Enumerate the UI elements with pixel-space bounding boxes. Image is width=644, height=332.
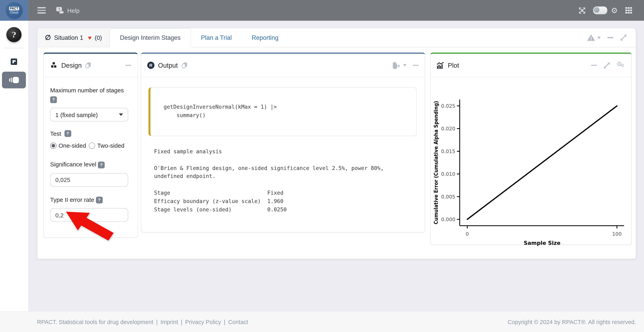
help-chat-icon: ? (56, 6, 64, 14)
toggle-knob (594, 7, 600, 13)
max-stages-label: Maximum number of stages (50, 87, 131, 94)
output-panel-header: R Output (141, 54, 425, 77)
max-stages-select[interactable]: 1 (fixed sample) (50, 108, 128, 122)
hamburger-menu-icon[interactable] (38, 7, 46, 14)
significance-label: Significance level (50, 161, 96, 168)
plot-panel-header: Plot ⚙ ⚙ (431, 54, 631, 77)
test-help-icon[interactable]: ? (64, 130, 71, 137)
svg-text:0.005: 0.005 (441, 194, 455, 200)
heart-icon[interactable]: ♥ (88, 34, 92, 41)
settings-gear-icon[interactable]: ⚙ (611, 6, 618, 14)
help-button[interactable]: ? Help (56, 6, 80, 14)
svg-text:100: 100 (612, 231, 622, 237)
r-logo-icon: R (147, 62, 154, 69)
test-radio-group: One-sided Two-sided (50, 142, 131, 149)
theme-toggle[interactable] (593, 6, 608, 14)
user-avatar[interactable]: ? (6, 27, 22, 42)
expand-plot-icon[interactable] (604, 62, 610, 69)
radio-one-sided[interactable] (50, 142, 56, 149)
rpact-cloud-logo[interactable]: PACT Cloud (0, 0, 28, 21)
footer-separator: | (181, 319, 182, 325)
expand-card-icon[interactable] (620, 34, 627, 41)
significance-input[interactable] (50, 173, 128, 187)
tab-label: Design Interim Stages (120, 34, 181, 42)
r-code-text: getDesignInverseNormal(kMax = 1) |> summ… (164, 103, 413, 120)
design-panel: Design Maximum number of stages ? 1 (fix… (44, 52, 138, 238)
chevron-down-icon (403, 64, 406, 66)
footer-separator: | (224, 319, 226, 325)
warning-triangle-icon (587, 34, 595, 41)
tab-bar: ∅ Situation 1 ♥ (0) Design Interim Stage… (38, 28, 636, 47)
collapse-design-button[interactable] (126, 65, 131, 66)
svg-text:?: ? (58, 7, 60, 11)
top-bar: PACT Cloud ? Help ⚙ (0, 0, 644, 21)
sidebar-item-stages[interactable] (11, 58, 17, 66)
cubes-icon (50, 62, 58, 69)
output-panel: R Output (141, 52, 425, 232)
apps-grid-icon[interactable] (625, 7, 632, 14)
significance-help-icon[interactable]: ? (98, 162, 105, 168)
footer-link-privacy-policy[interactable]: Privacy Policy (185, 319, 221, 325)
footer-brand: RPACT. Statistical tools for drug develo… (37, 319, 154, 325)
plot-canvas: 0.0000.0050.0100.0150.0200.0250100Cumula… (431, 79, 632, 246)
sidebar-item-panels-active[interactable] (2, 72, 26, 88)
logo-text-cloud: Cloud (10, 10, 18, 14)
collapse-plot-button[interactable] (591, 65, 597, 66)
footer-link-imprint[interactable]: Imprint (160, 319, 178, 325)
svg-text:0.025: 0.025 (441, 103, 455, 109)
stages-flag-icon (11, 58, 17, 65)
fullscreen-arrows-icon[interactable] (578, 6, 586, 14)
panel-layout-icon (9, 76, 19, 84)
export-dropdown[interactable] (392, 62, 406, 69)
svg-text:Sample Size: Sample Size (524, 240, 560, 246)
favorites-count: (0) (95, 34, 102, 41)
topbar-right-icons: ⚙ (578, 6, 644, 14)
max-stages-help-icon[interactable]: ? (50, 96, 57, 103)
svg-text:Cumulative Error (Cumulative A: Cumulative Error (Cumulative Alpha Spend… (433, 101, 439, 224)
type2-help-icon[interactable]: ? (96, 197, 103, 204)
app-root: PACT Cloud ? Help ⚙ (0, 0, 644, 332)
tab-design-interim-stages[interactable]: Design Interim Stages (110, 28, 191, 47)
svg-text:0.020: 0.020 (441, 126, 455, 132)
logo-text-pact: PACT (9, 6, 19, 10)
plot-settings-gears-icon[interactable]: ⚙ ⚙ (616, 62, 625, 69)
svg-text:0: 0 (466, 231, 469, 237)
collapse-output-button[interactable] (413, 65, 419, 66)
tab-label: Reporting (252, 34, 278, 41)
card-toolbar (587, 28, 636, 47)
tab-situation[interactable]: ∅ Situation 1 ♥ (0) (38, 28, 110, 47)
design-panel-title: Design (61, 62, 82, 69)
chevron-down-icon (598, 36, 600, 39)
plot-panel: Plot ⚙ ⚙ 0.0000.0050.0100.0150.0200.0250… (430, 52, 632, 245)
sidebar-divider (4, 48, 24, 48)
max-stages-value: 1 (fixed sample) (55, 112, 98, 118)
design-form: Maximum number of stages ? 1 (fixed samp… (44, 77, 137, 222)
output-panel-title: Output (158, 62, 178, 69)
radio-two-sided-label: Two-sided (97, 142, 124, 149)
collapse-all-button[interactable] (608, 37, 613, 38)
red-arrow-shape (66, 212, 114, 240)
tab-reporting[interactable]: Reporting (242, 28, 288, 47)
workspace-card: ∅ Situation 1 ♥ (0) Design Interim Stage… (37, 28, 636, 259)
help-label: Help (67, 7, 80, 14)
avatar-question-mark: ? (12, 30, 16, 39)
type2-label: Type II error rate (50, 196, 94, 203)
left-sidebar: ? (0, 21, 29, 311)
footer-copyright: Copyright © 2024 by RPACT®. All rights r… (508, 319, 636, 325)
test-label: Test (50, 130, 61, 137)
radio-one-sided-label: One-sided (58, 142, 86, 149)
svg-text:0.015: 0.015 (441, 148, 455, 154)
footer-link-contact[interactable]: Contact (228, 319, 248, 325)
warnings-dropdown[interactable] (587, 34, 600, 41)
tab-plan-a-trial[interactable]: Plan a Trial (191, 28, 242, 47)
copy-icon[interactable] (86, 62, 91, 68)
logo-circle: PACT Cloud (6, 2, 22, 18)
export-file-icon (392, 62, 401, 69)
r-code-block: getDesignInverseNormal(kMax = 1) |> summ… (148, 87, 417, 136)
empty-set-icon: ∅ (45, 34, 51, 42)
copy-icon[interactable] (181, 62, 187, 68)
chart-icon (437, 62, 444, 69)
footer-separator: | (156, 319, 158, 325)
svg-text:0.010: 0.010 (441, 171, 455, 177)
radio-two-sided[interactable] (89, 142, 95, 149)
